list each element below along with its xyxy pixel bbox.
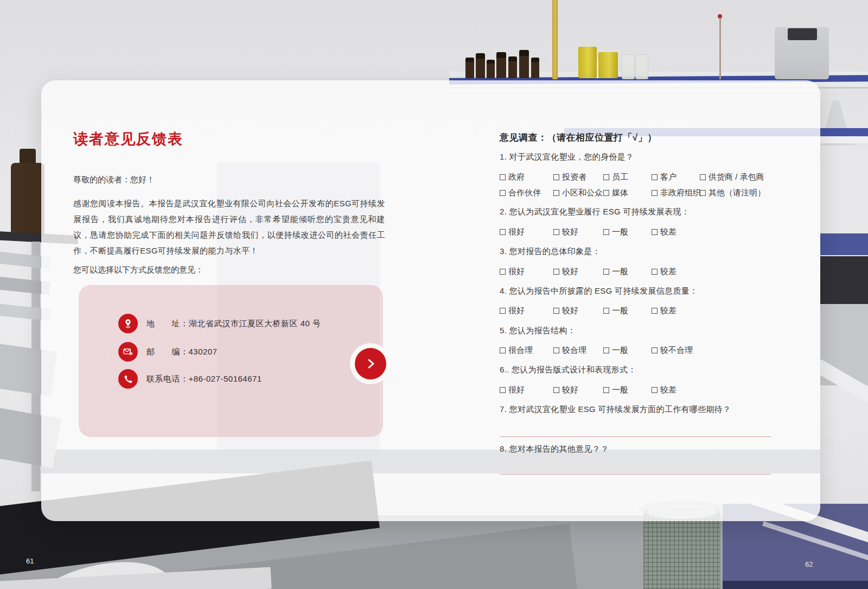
checkbox[interactable] [500,174,506,180]
survey-option: 较差 [652,305,771,316]
option-row: 合作伙伴 小区和公众 媒体 非政府组织 其他（请注明） [500,187,771,198]
chevron-right-button[interactable] [355,348,386,379]
checkbox[interactable] [652,229,658,235]
checkbox[interactable] [500,229,506,235]
survey-option: 很好 [500,266,553,277]
photo-reagent-bottle [496,52,506,78]
survey-option: 较好 [553,266,603,277]
checkbox[interactable] [652,174,658,180]
photo-thin-rod [719,15,721,79]
checkbox[interactable] [652,347,658,353]
option-row: 很好 较好 一般 较差 [500,266,771,277]
photo-reagent-bottle [476,53,485,78]
checkbox[interactable] [603,229,609,235]
survey-option: 很好 [500,226,553,237]
checkbox[interactable] [700,174,706,180]
photo-reagent-bottle [508,56,517,78]
checkbox[interactable] [700,190,706,196]
contact-row-postcode: 邮 编：430207 [118,342,383,362]
location-pin-icon [118,314,138,333]
contact-info-panel: 地 址：湖北省武汉市江夏区大桥新区 40 号 邮 编：430207 联系电话：+… [79,285,383,437]
checkbox[interactable] [652,387,658,393]
checkbox[interactable] [603,269,609,275]
chevron-right-icon [363,357,378,371]
survey-option: 小区和公众 [553,187,603,198]
checkbox[interactable] [553,387,559,393]
answer-line [500,436,771,437]
survey-question-6: 6.. 您认为报告版式设计和表现形式： [500,364,771,375]
photo-reagent-bottle [465,58,474,78]
checkbox[interactable] [500,190,506,196]
checkbox[interactable] [603,387,609,393]
option-row: 很好 较好 一般 较差 [500,226,771,237]
checkbox[interactable] [500,308,506,314]
survey-option: 供货商 / 承包商 [700,172,771,182]
checkbox[interactable] [553,269,559,275]
photo-yellow-bottle [578,47,597,78]
photo-thin-rod-tip [718,14,722,18]
photo-trash-bin [643,509,720,589]
survey-option: 一般 [603,305,652,316]
survey-question-8: 8. 您对本报告的其他意见？？ [500,444,771,454]
checkbox[interactable] [500,347,506,353]
contact-row-address: 地 址：湖北省武汉市江夏区大桥新区 40 号 [118,314,383,333]
checkbox[interactable] [652,190,658,196]
photo-device-screen [820,233,868,255]
survey-option: 很好 [500,384,553,395]
envelope-icon [118,342,138,362]
survey-header: 意见调查：（请在相应位置打「√」） [500,132,771,144]
survey-option: 很好 [500,305,553,316]
checkbox[interactable] [603,190,609,196]
survey-question-4: 4. 您认为报告中所披露的 ESG 可持续发展信息质量： [500,286,771,296]
checkbox[interactable] [603,174,609,180]
survey-option: 政府 [500,172,553,182]
photo-glass-bottle [622,54,635,79]
checkbox[interactable] [652,269,658,275]
checkbox[interactable] [500,387,506,393]
survey-option: 其他（请注明） [700,187,771,198]
option-row: 很合理 较合理 一般 较不合理 [500,345,771,356]
photo-yellow-bottle [598,52,618,78]
checkbox[interactable] [500,269,506,275]
survey-option: 很合理 [500,345,553,356]
photo-dark-panel [820,256,868,304]
answer-line [500,474,771,474]
option-row: 很好 较好 一般 较差 [500,305,771,316]
survey-option: 较合理 [553,345,603,356]
photo-reagent-bottle [487,60,495,78]
survey-option: 媒体 [603,187,652,198]
intro-paragraph: 感谢您阅读本报告。本报告是武汉宜化塑业有限公司向社会公开发布的ESG可持续发展报… [73,195,385,258]
greeting-text: 尊敬的的读者：您好！ [73,174,385,185]
photo-reagent-bottle [531,58,539,78]
survey-option: 较好 [553,305,603,316]
survey-question-3: 3. 您对报告的总体印象是： [500,246,771,257]
checkbox[interactable] [553,347,559,353]
photo-glass-bottle [635,54,648,79]
content-card: 读者意见反馈表 尊敬的的读者：您好！ 感谢您阅读本报告。本报告是武汉宜化塑业有限… [41,80,820,521]
survey-option: 非政府组织 [652,187,700,198]
checkbox[interactable] [603,308,609,314]
survey-question-1: 1. 对于武汉宜化塑业，您的身份是？ [500,151,771,162]
survey-option: 一般 [603,345,652,356]
checkbox[interactable] [553,190,559,196]
photo-cabinet-base [723,581,868,589]
survey-question-5: 5. 您认为报告结构： [500,325,771,336]
survey-question-2: 2. 您认为武汉宜化塑业履行 ESG 可持续发展表现： [500,206,771,217]
survey-option: 较差 [652,384,771,395]
survey-option: 员工 [603,172,652,182]
photo-balance-device [820,145,868,237]
photo-yellow-stand-pole [552,0,558,79]
contact-postcode: 邮 编：430207 [146,347,218,357]
survey-column: 意见调查：（请在相应位置打「√」） 1. 对于武汉宜化塑业，您的身份是？ 政府 … [500,132,771,474]
checkbox[interactable] [553,308,559,314]
checkbox[interactable] [553,229,559,235]
contact-phone: 联系电话：+86-027-50164671 [146,374,262,384]
survey-option: 一般 [603,384,652,395]
checkbox[interactable] [553,174,559,180]
channels-prompt: 您可以选择以下方式反馈您的意见： [73,264,385,275]
survey-option: 一般 [603,266,652,277]
checkbox[interactable] [603,347,609,353]
survey-option: 合作伙伴 [500,187,553,198]
checkbox[interactable] [652,308,658,314]
survey-option: 投资者 [553,172,603,182]
